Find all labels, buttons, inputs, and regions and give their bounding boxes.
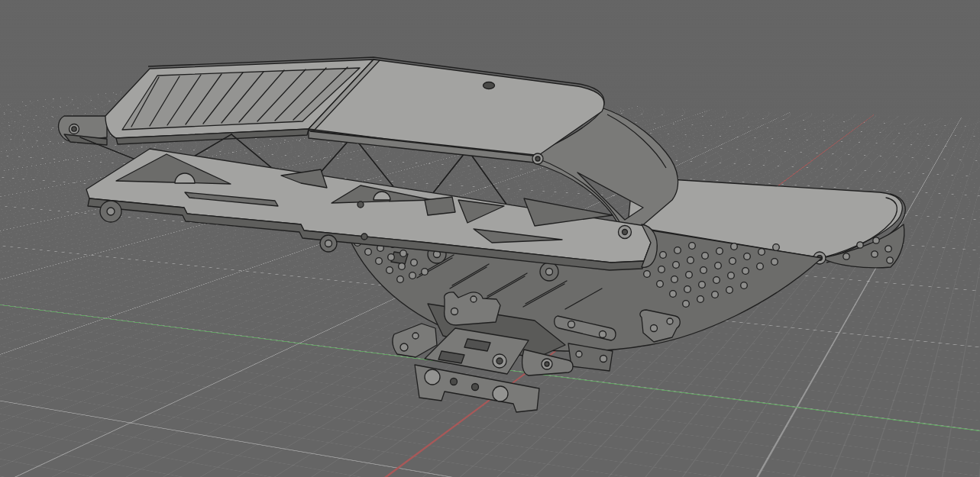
- front-plate-big-hole: [425, 369, 440, 385]
- viewport-3d[interactable]: [0, 0, 980, 477]
- roof-hole: [484, 82, 495, 89]
- clevis-hole: [651, 325, 658, 332]
- bracket-hole: [471, 296, 477, 302]
- front-plate-small-hole: [472, 384, 479, 391]
- bumper-pivot-hole: [545, 362, 549, 366]
- wing-hole: [400, 343, 408, 351]
- bracket-hole: [600, 356, 607, 363]
- rail-pivot-hole: [535, 156, 540, 161]
- truss-pivot-hole: [623, 230, 628, 235]
- arm-hole: [568, 321, 575, 328]
- bracket-hole: [451, 308, 458, 315]
- arm-hole: [600, 331, 606, 338]
- bumper-left-wing: [393, 324, 437, 357]
- bracket-hole: [576, 351, 582, 357]
- front-plate-big-hole: [493, 386, 508, 401]
- front-plate-small-hole: [451, 379, 458, 385]
- deck-boss-hole: [496, 358, 503, 364]
- wing-hole: [412, 333, 419, 339]
- chassis-model[interactable]: [0, 0, 980, 477]
- clevis-hole: [667, 318, 673, 324]
- hood-eyelet-hole: [72, 127, 76, 131]
